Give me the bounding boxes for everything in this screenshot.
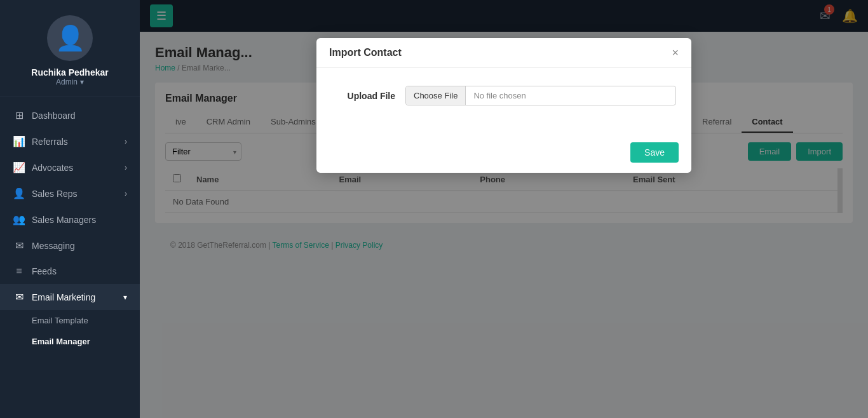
modal-title: Import Contact xyxy=(329,47,402,58)
sidebar-item-label: Messaging xyxy=(32,241,75,251)
chevron-right-icon: › xyxy=(125,163,127,172)
modal-header: Import Contact × xyxy=(316,38,691,68)
feeds-icon: ≡ xyxy=(13,266,25,277)
chevron-right-icon: › xyxy=(125,189,127,198)
sidebar-item-label: Advocates xyxy=(32,163,73,173)
sidebar-item-label: Dashboard xyxy=(32,111,76,121)
sidebar-subitem-label: Email Manager xyxy=(32,337,90,346)
sales-managers-icon: 👥 xyxy=(13,213,25,226)
profile-role-arrow: ▾ xyxy=(80,78,84,86)
modal-footer: Save xyxy=(316,136,691,173)
sidebar: 👤 Ruchika Pedhekar Admin ▾ ⊞ Dashboard 📊… xyxy=(0,0,140,418)
sidebar-item-label: Sales Reps xyxy=(32,189,78,199)
referrals-icon: 📊 xyxy=(13,135,25,147)
sidebar-item-sales-managers[interactable]: 👥 Sales Managers xyxy=(0,206,140,233)
dashboard-icon: ⊞ xyxy=(13,109,25,121)
modal-close-button[interactable]: × xyxy=(672,47,679,58)
chevron-right-icon: › xyxy=(125,137,127,146)
modal-body: Upload File Choose File No file chosen xyxy=(316,68,691,136)
sidebar-nav: ⊞ Dashboard 📊 Referrals › 📈 Advocates › … xyxy=(0,97,140,418)
sidebar-item-advocates[interactable]: 📈 Advocates › xyxy=(0,154,140,180)
profile-role[interactable]: Admin ▾ xyxy=(56,78,84,86)
profile-name: Ruchika Pedhekar xyxy=(31,67,108,78)
sidebar-subitem-email-template[interactable]: Email Template xyxy=(0,310,140,331)
sidebar-item-referrals[interactable]: 📊 Referrals › xyxy=(0,128,140,154)
file-input-wrapper: Choose File No file chosen xyxy=(405,86,676,105)
sidebar-item-label: Referrals xyxy=(32,137,68,147)
sidebar-subitem-email-manager[interactable]: Email Manager xyxy=(0,331,140,352)
avatar: 👤 xyxy=(47,15,93,61)
sales-reps-icon: 👤 xyxy=(13,187,25,199)
sidebar-item-label: Email Marketing xyxy=(32,292,95,302)
file-name-display: No file chosen xyxy=(466,86,675,105)
upload-file-label: Upload File xyxy=(332,91,395,101)
import-contact-modal: Import Contact × Upload File Choose File… xyxy=(316,38,691,173)
sidebar-item-messaging[interactable]: ✉ Messaging xyxy=(0,233,140,259)
sidebar-item-feeds[interactable]: ≡ Feeds xyxy=(0,259,140,284)
sidebar-item-label: Feeds xyxy=(32,266,57,276)
upload-file-row: Upload File Choose File No file chosen xyxy=(332,86,676,105)
chevron-down-icon: ▾ xyxy=(123,293,127,302)
sidebar-profile: 👤 Ruchika Pedhekar Admin ▾ xyxy=(0,0,140,97)
messaging-icon: ✉ xyxy=(13,239,25,252)
main-content: ☰ ✉ 1 🔔 Email Manag... Home / Email Mark… xyxy=(140,0,868,418)
save-button[interactable]: Save xyxy=(630,142,679,163)
modal-overlay: Import Contact × Upload File Choose File… xyxy=(140,0,868,418)
choose-file-button[interactable]: Choose File xyxy=(406,86,466,105)
sidebar-item-dashboard[interactable]: ⊞ Dashboard xyxy=(0,102,140,128)
advocates-icon: 📈 xyxy=(13,161,25,173)
sidebar-item-email-marketing[interactable]: ✉ Email Marketing ▾ xyxy=(0,284,140,310)
email-marketing-icon: ✉ xyxy=(13,291,25,303)
sidebar-subitem-label: Email Template xyxy=(32,316,88,325)
sidebar-item-sales-reps[interactable]: 👤 Sales Reps › xyxy=(0,180,140,206)
avatar-icon: 👤 xyxy=(55,24,85,52)
sidebar-item-label: Sales Managers xyxy=(32,215,96,225)
